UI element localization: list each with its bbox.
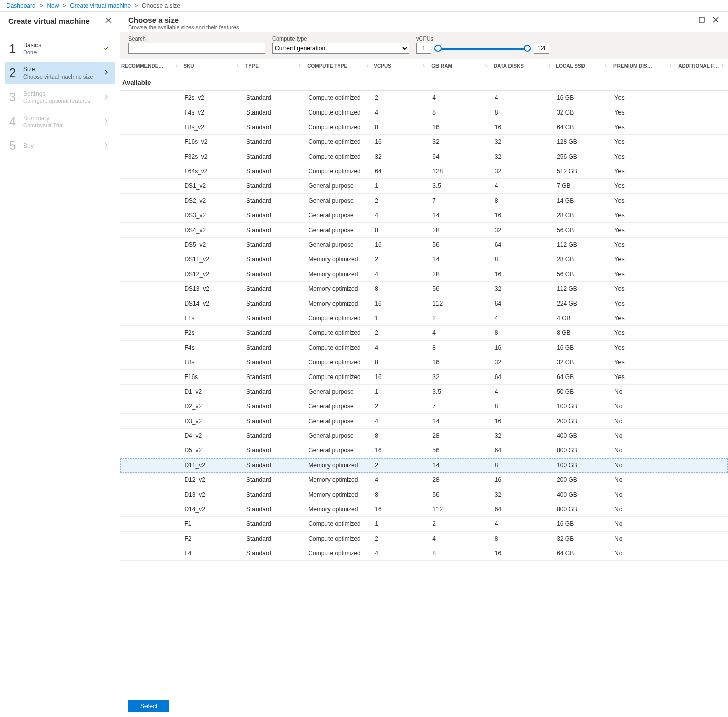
table-row[interactable]: D12_v2StandardMemory optimized42816200 G… [120,473,728,487]
table-row[interactable]: F4sStandardCompute optimized481616 GBYes [120,341,728,355]
cell-compute-type: Compute optimized [306,517,373,532]
table-row[interactable]: F2s_v2StandardCompute optimized24416 GBY… [120,91,728,105]
cell-compute-type: Compute optimized [306,355,373,370]
table-row[interactable]: D5_v2StandardGeneral purpose165664800 GB… [120,443,728,458]
cell-data-disks: 32 [493,223,555,238]
column-header[interactable]: RECOMMENDE…↑↓ [120,59,182,73]
sort-icon: ↑↓ [485,63,490,68]
column-header[interactable]: ADDITIONAL F…↑↓ [677,59,728,73]
table-row[interactable]: D14_v2StandardMemory optimized1611264800… [120,502,728,517]
column-header[interactable]: GB RAM↑↓ [430,59,492,73]
table-row[interactable]: DS1_v2StandardGeneral purpose13.547 GBYe… [120,179,728,194]
table-row[interactable]: DS3_v2StandardGeneral purpose4141628 GBY… [120,208,728,223]
cell-vcpus: 64 [373,164,430,179]
table-row[interactable]: F16s_v2StandardCompute optimized16323212… [120,135,728,149]
vcpus-slider[interactable] [434,43,531,53]
table-row[interactable]: DS5_v2StandardGeneral purpose165664112 G… [120,238,728,252]
table-row[interactable]: F2sStandardCompute optimized2488 GBYes [120,326,728,341]
table-row[interactable]: F1StandardCompute optimized12416 GBNo [120,517,728,532]
cell-additional [677,238,728,252]
cell-recommended [120,223,182,238]
close-icon[interactable] [712,16,720,24]
column-header[interactable]: SKU↑↓ [182,59,244,73]
cell-data-disks: 4 [493,91,555,105]
table-row[interactable]: F8sStandardCompute optimized8163232 GBYe… [120,355,728,370]
table-row[interactable]: F1sStandardCompute optimized1244 GBYes [120,311,728,326]
cell-recommended [120,311,182,326]
slider-thumb-min[interactable] [434,45,442,52]
cell-compute-type: Memory optimized [306,502,373,517]
cell-local-ssd: 200 GB [555,473,612,487]
cell-type: Standard [244,532,306,546]
sort-icon: ↑↓ [720,63,725,68]
table-row[interactable]: D3_v2StandardGeneral purpose41416200 GBN… [120,414,728,429]
slider-thumb-max[interactable] [524,45,531,52]
table-row[interactable]: D11_v2StandardMemory optimized2148100 GB… [120,458,728,473]
table-row[interactable]: DS2_v2StandardGeneral purpose27814 GBYes [120,194,728,208]
breadcrumb-link[interactable]: Create virtual machine [70,2,131,9]
cell-additional [677,532,728,546]
cell-gb-ram: 112 [430,502,492,517]
search-input[interactable] [128,43,265,54]
cell-additional [677,296,728,311]
maximize-icon[interactable] [698,16,706,24]
cell-additional [677,194,728,208]
table-row[interactable]: F4s_v2StandardCompute optimized48832 GBY… [120,105,728,120]
step-subtitle: Done [23,49,102,56]
table-row[interactable]: F32s_v2StandardCompute optimized32643225… [120,149,728,164]
table-row[interactable]: DS12_v2StandardMemory optimized4281656 G… [120,267,728,282]
table-row[interactable]: DS4_v2StandardGeneral purpose8283256 GBY… [120,223,728,238]
cell-compute-type: General purpose [306,429,373,443]
table-row[interactable]: DS14_v2StandardMemory optimized161126422… [120,296,728,311]
table-row[interactable]: DS11_v2StandardMemory optimized214828 GB… [120,252,728,267]
column-header[interactable]: VCPUS↑↓ [373,59,430,73]
cell-premium-disk: Yes [612,194,677,208]
cell-premium-disk: Yes [612,135,677,149]
table-row[interactable]: D1_v2StandardGeneral purpose13.5450 GBNo [120,385,728,399]
cell-additional [677,135,728,149]
select-button[interactable]: Select [128,700,169,712]
cell-vcpus: 2 [373,252,430,267]
table-row[interactable]: F64s_v2StandardCompute optimized64128325… [120,164,728,179]
column-header[interactable]: DATA DISKS↑↓ [493,59,555,73]
sort-icon: ↑↓ [604,63,609,68]
cell-recommended [120,105,182,120]
table-row[interactable]: D4_v2StandardGeneral purpose82832400 GBN… [120,429,728,443]
wizard-step-2[interactable]: 2SizeChoose virtual machine size [5,62,115,84]
cell-local-ssd: 56 GB [555,223,612,238]
table-row[interactable]: F8s_v2StandardCompute optimized8161664 G… [120,120,728,135]
check-icon [102,45,111,52]
cell-type: Standard [244,355,306,370]
cell-local-ssd: 512 GB [555,164,612,179]
compute-type-select[interactable]: Current generation [272,43,409,54]
column-header[interactable]: PREMIUM DIS…↑↓ [612,59,677,73]
size-table-scroll[interactable]: RECOMMENDE…↑↓SKU↑↓TYPE↑↓COMPUTE TYPE↑↓VC… [120,59,728,696]
vcpus-min-input[interactable] [416,43,431,54]
column-header[interactable]: TYPE↑↓ [244,59,306,73]
cell-gb-ram: 4 [430,532,492,546]
vcpus-max-input[interactable] [534,43,549,54]
cell-compute-type: General purpose [306,238,373,252]
breadcrumb-link[interactable]: New [47,2,59,9]
cell-recommended [120,443,182,458]
close-icon[interactable] [103,16,114,26]
table-row[interactable]: F16sStandardCompute optimized16326464 GB… [120,370,728,385]
table-row[interactable]: DS13_v2StandardMemory optimized85632112 … [120,282,728,296]
column-header[interactable]: COMPUTE TYPE↑↓ [306,59,373,73]
cell-recommended [120,458,182,473]
cell-type: Standard [244,267,306,282]
wizard-step-1[interactable]: 1BasicsDone [5,37,115,60]
cell-sku: DS11_v2 [182,252,244,267]
cell-additional [677,487,728,502]
cell-data-disks: 16 [493,341,555,355]
cell-vcpus: 16 [373,502,430,517]
cell-recommended [120,414,182,429]
cell-sku: F2s_v2 [182,91,244,105]
cell-vcpus: 1 [373,385,430,399]
table-row[interactable]: D13_v2StandardMemory optimized85632400 G… [120,487,728,502]
table-row[interactable]: F4StandardCompute optimized481664 GBNo [120,546,728,561]
column-header[interactable]: LOCAL SSD↑↓ [555,59,612,73]
breadcrumb-link[interactable]: Dashboard [6,2,36,9]
table-row[interactable]: D2_v2StandardGeneral purpose278100 GBNo [120,399,728,414]
table-row[interactable]: F2StandardCompute optimized24832 GBNo [120,532,728,546]
